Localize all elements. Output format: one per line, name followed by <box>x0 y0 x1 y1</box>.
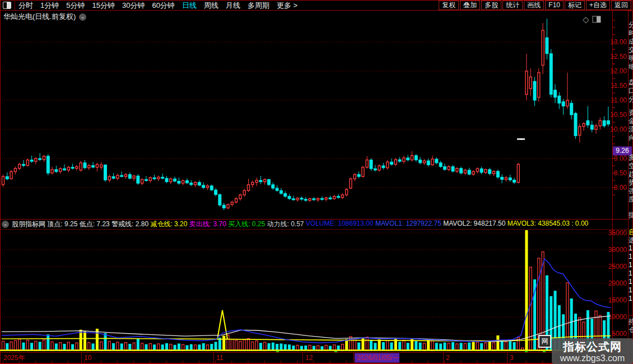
indicator-values: 股朋指标网 顶点: 9.25 低点: 7.23 警戒线: 2.80 减仓线: 3… <box>12 220 588 229</box>
svg-text:12: 12 <box>305 354 313 362</box>
indicator-param-row[interactable]: ⌄ 股朋指标网 顶点: 9.25 低点: 7.23 警戒线: 2.80 减仓线:… <box>2 220 588 228</box>
menu-item-4[interactable]: 30分钟 <box>122 1 145 11</box>
toolbar-button-7[interactable]: +自选 <box>586 1 610 10</box>
sidebar-glyph-5: 细 <box>629 62 633 72</box>
sidebar-glyph-26: 1 <box>629 278 632 286</box>
toolbar-buttons: 复权叠加多股统计画线F10标记+自选返回 <box>437 1 631 10</box>
mavol1-line <box>2 259 611 343</box>
indicator-segment-8: VOLUME: 1086913.00 <box>306 220 375 229</box>
toolbar-button-2[interactable]: 多股 <box>481 1 501 10</box>
toolbar-button-0[interactable]: 复权 <box>439 1 459 10</box>
indicator-segment-2: 低点: 7.23 <box>80 220 111 229</box>
svg-text:5000: 5000 <box>612 330 627 338</box>
tdx-stock-app: { "menubar": { "items": [ {"label":"分时",… <box>0 0 633 364</box>
period-menu: 分时1分钟5分钟15分钟30分钟60分钟日线周线月线多周期更多 > <box>18 1 305 11</box>
chevron-down-icon[interactable]: ⌄ <box>79 13 86 21</box>
indicator-chevron-icon[interactable]: ⌄ <box>2 221 9 228</box>
svg-text:10.00: 10.00 <box>610 125 627 133</box>
svg-text:10000: 10000 <box>608 313 627 321</box>
menu-divider <box>15 1 15 10</box>
indicator-segment-11: MAVOL3: 438545.03 <box>508 220 572 229</box>
sidebar-glyph-23: 1 <box>629 253 632 260</box>
svg-text:35000: 35000 <box>608 229 627 237</box>
indicator-segment-5: 卖出线: 3.70 <box>189 220 228 229</box>
titlebar: 华灿光电(日线.前复权) ⌄ <box>3 12 86 22</box>
sidebar-glyph-28: 1 <box>629 295 632 302</box>
svg-text:12.00: 12.00 <box>610 67 627 75</box>
indicator-segment-7: 动力线: 0.57 <box>267 220 306 229</box>
menu-item-2[interactable]: 5分钟 <box>66 1 85 11</box>
sidebar-glyph-8: 分 <box>629 95 633 104</box>
sidebar-glyph-25: 1 <box>629 269 632 277</box>
toolbar-button-3[interactable]: 统计 <box>502 1 523 10</box>
svg-text:9.00: 9.00 <box>614 155 627 162</box>
toolbar-button-6[interactable]: 标记 <box>565 1 585 10</box>
window-panel-icon[interactable] <box>3 2 11 9</box>
svg-text:13.00: 13.00 <box>610 38 627 46</box>
indicator-segment-10: MAVOL2: 948217.50 <box>443 220 508 229</box>
pane-overlay-icons[interactable]: ◇ <box>583 15 601 24</box>
svg-text:2025年: 2025年 <box>3 354 25 362</box>
indicator-segment-3: 警戒线: 2.80 <box>111 220 150 229</box>
svg-text:2026/01/05/一: 2026/01/05/一 <box>357 354 399 362</box>
menu-item-1[interactable]: 1分钟 <box>40 1 59 11</box>
sidebar-glyph-19: 指 <box>629 211 633 220</box>
sidebar-glyph-18: 度 <box>629 195 633 204</box>
menu-item-3[interactable]: 15分钟 <box>92 1 114 11</box>
svg-text:11.00: 11.00 <box>611 96 627 104</box>
watermark-logo-icon: 网 <box>538 335 551 348</box>
svg-text:10.50: 10.50 <box>610 111 627 119</box>
indicator-segment-12: : 0.00 <box>571 220 588 229</box>
menu-item-10[interactable]: 更多 > <box>277 1 297 11</box>
date-axis: 2025年1011122026/01/05/一23 <box>0 352 633 363</box>
sidebar-glyph-30: 仓 <box>629 325 633 335</box>
watermark: 指标公式网 www.zbgs3.com <box>552 338 633 364</box>
svg-text:15000: 15000 <box>608 296 627 304</box>
svg-text:11: 11 <box>216 354 224 362</box>
svg-text:12.50: 12.50 <box>610 53 627 60</box>
svg-text:25000: 25000 <box>608 263 627 270</box>
price-axis: 13.0012.5012.0011.5011.0010.5010.009.008… <box>0 20 632 195</box>
menubar: 分时1分钟5分钟15分钟30分钟60分钟日线周线月线多周期更多 > 复权叠加多股… <box>0 0 633 11</box>
toolbar-button-4[interactable]: 画线 <box>524 1 544 10</box>
candlestick-layer[interactable] <box>2 18 610 210</box>
right-vertical-toolbar[interactable]: 分时成交明细盘口分资金流向多空趋势强度指自选1111111持仓 <box>629 11 633 364</box>
white-dash-marker <box>517 138 522 140</box>
svg-text:11.50: 11.50 <box>611 82 627 90</box>
menu-item-9[interactable]: 多周期 <box>248 1 269 11</box>
menu-item-0[interactable]: 分时 <box>18 1 33 11</box>
indicator-segment-6: 买入线: 0.25 <box>228 220 267 229</box>
sidebar-glyph-12: 向 <box>629 133 633 143</box>
toolbar-button-5[interactable]: F10 <box>545 1 564 10</box>
watermark-site-name: 指标公式网 <box>552 339 633 354</box>
svg-text:9.26: 9.26 <box>616 147 629 155</box>
svg-text:◇: ◇ <box>583 15 589 24</box>
menu-item-6[interactable]: 日线 <box>182 1 197 11</box>
svg-text:3: 3 <box>510 354 514 362</box>
svg-text:8.50: 8.50 <box>614 169 627 177</box>
sidebar-glyph-24: 1 <box>629 261 632 269</box>
svg-text:2: 2 <box>446 354 450 362</box>
svg-text:10: 10 <box>84 354 92 362</box>
sidebar-glyph-22: 1 <box>629 244 632 252</box>
indicator-segment-9: MAVOL1: 1297922.75 <box>375 220 443 229</box>
menu-item-5[interactable]: 60分钟 <box>152 1 174 11</box>
svg-text:20000: 20000 <box>608 279 627 287</box>
indicator-segment-0: 股朋指标网 <box>12 220 47 229</box>
svg-text:8.00: 8.00 <box>614 184 627 192</box>
svg-text:30000: 30000 <box>608 246 627 254</box>
watermark-site-url: www.zbgs3.com <box>552 353 633 363</box>
indicator-segment-4: 减仓线: 3.20 <box>150 220 189 229</box>
stock-title: 华灿光电(日线.前复权) <box>3 12 76 22</box>
toolbar-button-1[interactable]: 叠加 <box>460 1 480 10</box>
toolbar-button-8[interactable]: 返回 <box>611 1 631 10</box>
stock-chart-canvas[interactable]: 13.0012.5012.0011.5011.0010.5010.009.008… <box>0 0 633 364</box>
indicator-segment-1: 顶点: 9.25 <box>47 220 79 229</box>
sidebar-glyph-27: 1 <box>629 286 632 294</box>
menu-item-8[interactable]: 月线 <box>226 1 240 11</box>
menu-item-7[interactable]: 周线 <box>204 1 218 11</box>
